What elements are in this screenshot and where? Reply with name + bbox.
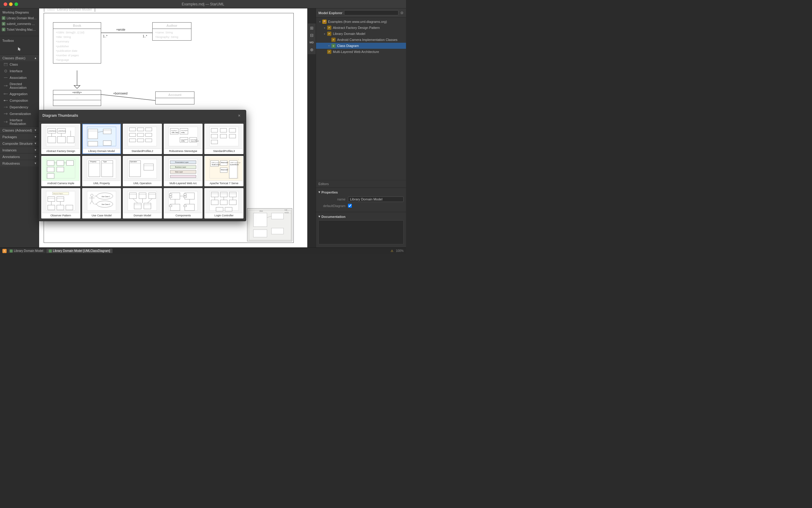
prop-name-input[interactable] bbox=[348, 197, 403, 202]
svg-text:entity: entity bbox=[181, 131, 185, 133]
tool-md[interactable]: MD bbox=[308, 39, 315, 46]
cursor-tool-area[interactable] bbox=[0, 44, 39, 54]
prop-default-diagram-checkbox[interactable] bbox=[348, 204, 352, 208]
toolbox-item-composition[interactable]: Composition bbox=[0, 97, 39, 104]
settings-icon[interactable]: ⚙ bbox=[400, 11, 403, 15]
tree-item-class-diagram[interactable]: ▾ D Class Diagram bbox=[316, 43, 406, 49]
tree-item-library-domain[interactable]: ▸ P Library Domain Model bbox=[316, 31, 406, 37]
svg-rect-126 bbox=[66, 205, 73, 210]
tree-icon-examples: 📦 bbox=[322, 19, 327, 24]
svg-rect-75 bbox=[229, 134, 236, 138]
svg-rect-102 bbox=[170, 175, 196, 177]
status-tab-library-diagram[interactable]: Library Domain Model [UMLClassDiagram] bbox=[46, 249, 113, 253]
book-class[interactable]: Book +ISBN: String[0..1] {id} +title: St… bbox=[53, 22, 101, 64]
tree-item-multi-layered[interactable]: P Multi-Layered Web Architecture bbox=[316, 49, 406, 55]
wd-item-ticket[interactable]: C Ticket Vending Machine — T bbox=[0, 27, 39, 32]
toolbox-group-header-packages[interactable]: Packages ▾ bbox=[0, 133, 39, 140]
account-class-body bbox=[156, 98, 194, 104]
window-controls[interactable] bbox=[4, 2, 18, 6]
default-diagram-checkbox-input[interactable] bbox=[348, 204, 352, 208]
working-diagrams-list: C Library Domain Model — Lib C submit_co… bbox=[0, 15, 39, 32]
wd-label-submit: submit_comments — Submi bbox=[7, 22, 37, 26]
svg-rect-23 bbox=[253, 229, 267, 237]
tree-item-examples[interactable]: ▾ 📦 Examples (from www.uml-diagrams.org) bbox=[316, 19, 406, 25]
tree-item-android-camera[interactable]: P Android Camera Implementation Classes bbox=[316, 37, 406, 43]
svg-rect-176 bbox=[211, 200, 218, 205]
svg-rect-71 bbox=[211, 140, 217, 144]
thumb-item-multi-layered[interactable]: Presentation Layer Business Layer Data L… bbox=[164, 156, 203, 186]
toolbox-item-class[interactable]: Class bbox=[0, 61, 39, 68]
svg-rect-53 bbox=[137, 139, 144, 142]
author-class[interactable]: Author +name: String +biography: String bbox=[152, 22, 191, 41]
svg-rect-50 bbox=[137, 133, 144, 136]
entity-class[interactable]: «entity» … bbox=[53, 90, 101, 106]
wd-item-library[interactable]: C Library Domain Model — Lib bbox=[0, 15, 39, 21]
book-attr-6: +number of pages bbox=[56, 53, 98, 57]
thumb-item-components[interactable]: Components bbox=[164, 188, 203, 218]
toolbox-group-header-basic[interactable]: Classes (Basic) ▴ bbox=[0, 54, 39, 61]
properties-toggle: ▾ bbox=[318, 190, 320, 194]
tool-puzzle[interactable]: ⊞ bbox=[308, 25, 315, 31]
svg-rect-161 bbox=[184, 196, 186, 198]
status-tab-library[interactable]: Library Domain Model bbox=[7, 249, 46, 253]
svg-rect-158 bbox=[169, 196, 172, 198]
tool-share[interactable]: ⊕ bbox=[308, 46, 315, 53]
thumb-item-robustness[interactable]: «interface» UML Class «stereotype» entit… bbox=[164, 124, 203, 154]
svg-text:Presentation Layer: Presentation Layer bbox=[175, 161, 189, 163]
toolbox-item-association[interactable]: Association bbox=[0, 74, 39, 81]
thumb-item-std-profile2[interactable]: StandardProfileL2 bbox=[123, 124, 162, 154]
thumb-item-apache-tomcat[interactable]: «UMLComponent» BuildComponent Metamodel … bbox=[204, 156, 244, 186]
tool-layers[interactable]: ⊟ bbox=[308, 32, 315, 39]
minimize-button[interactable] bbox=[9, 2, 13, 6]
tree-toggle-multi-layered bbox=[323, 50, 326, 53]
author-class-body: +name: String +biography: String bbox=[153, 29, 191, 40]
svg-rect-163 bbox=[169, 205, 172, 206]
thumb-item-android-camera[interactable]: Android Camera Imple bbox=[41, 156, 80, 186]
svg-text:Use Case 2: Use Case 2 bbox=[101, 204, 110, 205]
thumb-item-std-profile3[interactable]: StandardProfileL3 bbox=[204, 124, 244, 154]
tree-label-abstract-factory: Abstract Factory Design Pattern bbox=[333, 26, 380, 30]
thumb-item-library-domain[interactable]: Library Domain Model bbox=[82, 124, 121, 154]
thumb-item-domain-model[interactable]: Domain Model bbox=[123, 188, 162, 218]
thumb-item-abstract-factory[interactable]: «interface» «interface» Abstract Factory… bbox=[41, 124, 80, 154]
toolbox-item-interface[interactable]: Interface bbox=[0, 68, 39, 74]
toolbox-group-toggle-packages: ▾ bbox=[35, 135, 36, 139]
svg-rect-73 bbox=[220, 134, 226, 138]
model-explorer-search[interactable] bbox=[344, 10, 398, 15]
class-icon bbox=[4, 62, 8, 67]
properties-section-title[interactable]: ▾ Properties bbox=[318, 190, 403, 194]
maximize-button[interactable] bbox=[14, 2, 18, 6]
toolbox-group-header-composite[interactable]: Composite Structure ▾ bbox=[0, 140, 39, 146]
thumb-item-use-case[interactable]: Use Case 1 Use Case 2 Use Case Model bbox=[82, 188, 121, 218]
toolbox-group-header-instances[interactable]: Instances ▾ bbox=[0, 146, 39, 153]
svg-rect-150 bbox=[144, 203, 151, 209]
thumbnails-modal-close[interactable]: × bbox=[236, 113, 242, 119]
thumb-item-observer[interactable]: Observer Pattern Observer Patte bbox=[41, 188, 80, 218]
toolbox-item-aggregation[interactable]: Aggregation bbox=[0, 91, 39, 97]
cursor-icon bbox=[16, 46, 23, 52]
toolbox-item-generalization[interactable]: Generalization bbox=[0, 111, 39, 117]
toolbox-item-dependency[interactable]: Dependency bbox=[0, 104, 39, 111]
documentation-textarea[interactable] bbox=[318, 220, 403, 244]
svg-rect-174 bbox=[229, 192, 236, 197]
thumb-item-uml-property[interactable]: Property Type UML Property bbox=[82, 156, 121, 186]
thumbnails-modal-title: Diagram Thumbnails bbox=[42, 114, 78, 118]
close-button[interactable] bbox=[4, 2, 7, 6]
thumb-item-login-controller[interactable]: Login Controller bbox=[204, 188, 244, 218]
account-class[interactable]: Account bbox=[155, 91, 195, 104]
toolbox-group-header-advanced[interactable]: Classes (Advanced) ▾ bbox=[0, 127, 39, 133]
thumb-item-uml-operation[interactable]: Operation UML Operation bbox=[123, 156, 162, 186]
toolbox-group-header-annotations[interactable]: Annotations ▾ bbox=[0, 153, 39, 160]
thumb-label-components: Components bbox=[164, 213, 202, 218]
tree-toggle-android-camera bbox=[328, 38, 331, 41]
toolbox-item-directed-association[interactable]: Directed Association bbox=[0, 81, 39, 91]
documentation-section-title[interactable]: ▾ Documentation bbox=[318, 215, 403, 218]
svg-rect-70 bbox=[211, 134, 217, 138]
tree-item-abstract-factory[interactable]: ▸ P Abstract Factory Design Pattern bbox=[316, 25, 406, 31]
toolbox-item-interface-realization[interactable]: Interface Realization bbox=[0, 117, 39, 127]
svg-rect-124 bbox=[48, 205, 55, 210]
toolbox-group-header-robustness[interactable]: Robustness ▾ bbox=[0, 160, 39, 166]
thumbnails-modal-body: «interface» «interface» Abstract Factory… bbox=[39, 121, 246, 221]
wd-item-submit[interactable]: C submit_comments — Submi bbox=[0, 21, 39, 27]
toolbox-group-label-annotations: Annotations bbox=[2, 155, 20, 159]
